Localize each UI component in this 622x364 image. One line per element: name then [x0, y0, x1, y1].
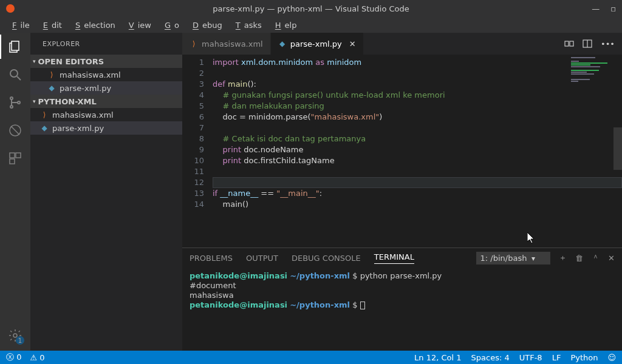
svg-rect-9 [16, 153, 21, 158]
feedback-smiley-icon[interactable]: ☺ [607, 353, 616, 362]
editor-tab-mahasiswa-xml[interactable]: ⟩mahasiswa.xml [182, 33, 271, 55]
more-actions-icon[interactable]: ••• [601, 39, 615, 49]
panel-tab-terminal[interactable]: TERMINAL [374, 252, 414, 264]
svg-point-3 [10, 97, 13, 99]
new-terminal-icon[interactable]: ＋ [559, 252, 567, 263]
minimap[interactable] [571, 57, 613, 87]
svg-rect-8 [10, 153, 15, 158]
status-language[interactable]: Python [570, 353, 598, 362]
explorer-icon[interactable] [7, 39, 23, 55]
file-item-mahasiswa-xml[interactable]: ⟩mahasiswa.xml [30, 68, 182, 81]
window-controls: — ▫ [592, 4, 616, 13]
workspace-header[interactable]: ▾ PYTHON-XML [30, 95, 182, 108]
status-ln-col[interactable]: Ln 12, Col 1 [414, 353, 461, 362]
code-editor[interactable]: 1234567891011121314 import xml.dom.minid… [182, 55, 622, 248]
editor-tabs: ⟩mahasiswa.xml◆parse-xml.py✕ ••• [182, 33, 622, 55]
status-warnings[interactable]: ⚠ 0 [30, 353, 44, 362]
svg-point-4 [10, 106, 13, 108]
menu-edit[interactable]: Edit [36, 19, 66, 31]
explorer-title: EXPLORER [30, 33, 182, 55]
svg-point-1 [10, 70, 18, 77]
settings-gear-icon[interactable]: 1 [7, 328, 23, 343]
extensions-icon[interactable] [7, 150, 23, 166]
panel-tabs: PROBLEMSOUTPUTDEBUG CONSOLETERMINAL 1: /… [182, 248, 622, 268]
split-editor-icon[interactable] [583, 39, 592, 49]
editor-group: ⟩mahasiswa.xml◆parse-xml.py✕ ••• 1234567… [182, 33, 622, 351]
editor-scrollbar[interactable] [613, 55, 622, 248]
file-item-parse-xml-py[interactable]: ◆parse-xml.py [30, 81, 182, 95]
panel-tab-problems[interactable]: PROBLEMS [190, 254, 233, 263]
terminal-selector[interactable]: 1: /bin/bash ▾ [476, 252, 551, 265]
debug-icon[interactable] [7, 123, 23, 138]
maximize-panel-icon[interactable]: ＾ [592, 252, 600, 263]
svg-rect-0 [12, 41, 19, 50]
menu-view[interactable]: View [121, 19, 155, 31]
source-control-icon[interactable] [7, 95, 23, 110]
panel-tab-output[interactable]: OUTPUT [246, 254, 278, 263]
explorer-sidebar: EXPLORER ▾ OPEN EDITORS ⟩mahasiswa.xml◆p… [30, 33, 182, 351]
svg-line-7 [11, 126, 19, 135]
editor-tab-parse-xml-py[interactable]: ◆parse-xml.py✕ [271, 33, 364, 55]
status-eol[interactable]: LF [552, 353, 561, 362]
window-title: parse-xml.py — python-xml — Visual Studi… [213, 4, 409, 13]
chevron-down-icon: ▾ [33, 58, 36, 64]
status-spaces[interactable]: Spaces: 4 [471, 353, 510, 362]
menubar: FileEditSelectionViewGoDebugTasksHelp [0, 17, 622, 33]
maximize-icon[interactable]: ▫ [610, 4, 616, 13]
activity-bar: 1 [0, 33, 30, 351]
file-item-mahasiswa-xml[interactable]: ⟩mahasiswa.xml [30, 108, 182, 121]
update-badge: 1 [16, 336, 24, 345]
svg-point-5 [18, 101, 20, 104]
menu-debug[interactable]: Debug [185, 19, 226, 31]
svg-rect-10 [10, 159, 15, 164]
minimize-icon[interactable]: — [592, 4, 600, 13]
menu-selection[interactable]: Selection [68, 19, 119, 31]
open-editors-header[interactable]: ▾ OPEN EDITORS [30, 55, 182, 68]
status-errors[interactable]: ⓧ 0 [6, 352, 21, 363]
svg-rect-13 [570, 41, 573, 46]
file-item-parse-xml-py[interactable]: ◆parse-xml.py [30, 121, 182, 135]
menu-go[interactable]: Go [157, 19, 183, 31]
window-close-button[interactable] [6, 4, 15, 13]
panel-tab-debug-console[interactable]: DEBUG CONSOLE [292, 254, 361, 263]
menu-tasks[interactable]: Tasks [228, 19, 265, 31]
status-encoding[interactable]: UTF-8 [519, 353, 542, 362]
svg-line-2 [17, 76, 21, 80]
chevron-down-icon: ▾ [33, 98, 36, 104]
close-tab-icon[interactable]: ✕ [349, 39, 356, 49]
bottom-panel: PROBLEMSOUTPUTDEBUG CONSOLETERMINAL 1: /… [182, 248, 622, 351]
terminal[interactable]: petanikode@imajinasi ~/python-xml $ pyth… [182, 268, 622, 351]
search-icon[interactable] [7, 67, 23, 83]
svg-rect-12 [565, 41, 569, 46]
titlebar: parse-xml.py — python-xml — Visual Studi… [0, 0, 622, 17]
editor-actions: ••• [564, 33, 622, 55]
menu-file[interactable]: File [5, 19, 33, 31]
kill-terminal-icon[interactable]: 🗑 [575, 254, 583, 263]
menu-help[interactable]: Help [268, 19, 301, 31]
close-panel-icon[interactable]: ✕ [608, 254, 615, 263]
compare-icon[interactable] [564, 39, 574, 49]
status-bar: ⓧ 0 ⚠ 0 Ln 12, Col 1 Spaces: 4 UTF-8 LF … [0, 351, 622, 364]
